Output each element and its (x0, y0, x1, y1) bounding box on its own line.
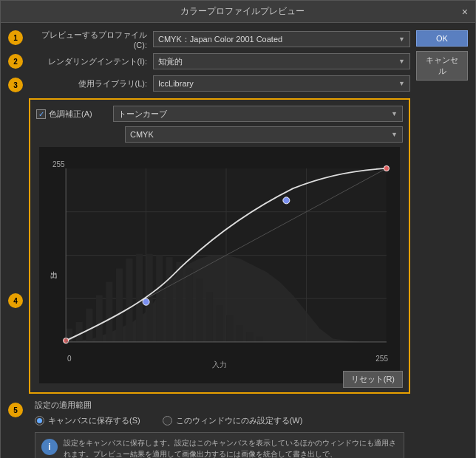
badge-4: 4 (8, 293, 23, 308)
color-mode-select[interactable]: CMYK ▼ (125, 126, 403, 143)
close-button[interactable]: × (462, 6, 468, 18)
dialog-title: カラープロファイルプレビュー (23, 5, 462, 18)
rendering-value: 知覚的 (158, 56, 183, 67)
radio-group: キャンバスに保存する(S) このウィンドウにのみ設定する(W) (35, 415, 404, 426)
svg-rect-24 (226, 315, 233, 342)
svg-rect-23 (216, 305, 222, 342)
badge-1: 1 (8, 30, 23, 45)
svg-rect-18 (166, 257, 173, 342)
color-adjustment-checkbox-label[interactable]: ✓ 色調補正(A) (36, 109, 92, 120)
tone-curve-svg (39, 147, 400, 383)
badges-column: 1 2 3 4 (8, 30, 23, 394)
color-adjustment-checkbox[interactable]: ✓ (36, 109, 46, 119)
svg-rect-10 (86, 309, 92, 342)
library-label: 使用ライブラリ(L): (29, 78, 147, 89)
svg-rect-20 (186, 269, 193, 342)
tone-curve-value: トーンカーブ (118, 109, 167, 120)
apply-scope-section: 設定の適用範囲 キャンバスに保存する(S) このウィンドウにのみ設定する(W) … (35, 400, 404, 458)
canvas-save-radio-option[interactable]: キャンバスに保存する(S) (35, 415, 140, 426)
svg-point-30 (283, 197, 290, 204)
svg-rect-9 (76, 322, 83, 342)
apply-scope-title: 設定の適用範囲 (35, 400, 404, 411)
tone-curve-arrow-icon: ▼ (391, 110, 398, 117)
library-select[interactable]: IccLibrary ▼ (153, 75, 410, 92)
info-box: i 設定をキャンバスに保存します。設定はこのキャンバスを表示しているほかのウィン… (35, 432, 404, 458)
library-value: IccLibrary (158, 79, 194, 88)
svg-rect-26 (246, 332, 253, 342)
profile-row: プレビューするプロファイル(C): CMYK：Japan Color 2001 … (29, 30, 410, 48)
form-area: プレビューするプロファイル(C): CMYK：Japan Color 2001 … (29, 30, 410, 394)
window-only-radio-option[interactable]: このウィンドウにのみ設定する(W) (163, 415, 303, 426)
canvas-save-label: キャンバスに保存する(S) (48, 415, 140, 426)
svg-rect-15 (136, 254, 143, 342)
reset-button[interactable]: リセット(R) (343, 371, 403, 388)
svg-point-29 (143, 298, 149, 305)
library-arrow-icon: ▼ (398, 80, 405, 87)
window-only-radio[interactable] (163, 416, 172, 425)
svg-rect-22 (206, 292, 213, 342)
main-dialog: カラープロファイルプレビュー × 1 2 3 4 プレビューするプロファイル(C… (0, 0, 476, 458)
svg-rect-17 (156, 255, 163, 341)
svg-rect-14 (126, 259, 132, 342)
action-buttons: OK キャンセル (416, 30, 468, 394)
rendering-arrow-icon: ▼ (398, 58, 405, 65)
profile-label: プレビューするプロファイル(C): (29, 30, 147, 49)
badge-5: 5 (8, 403, 23, 417)
color-mode-arrow-icon: ▼ (391, 131, 398, 138)
info-icon: i (41, 439, 58, 455)
tone-curve-chart: 255 出力 0 255 入力 (39, 147, 400, 383)
tone-curve-select[interactable]: トーンカーブ ▼ (113, 106, 403, 122)
rendering-row: レンダリングインテント(I): 知覚的 ▼ (29, 52, 410, 70)
profile-value: CMYK：Japan Color 2001 Coated (158, 34, 282, 45)
color-adjustment-label-text: 色調補正(A) (49, 109, 92, 120)
badge-2: 2 (8, 54, 23, 69)
color-mode-value: CMYK (130, 130, 154, 139)
svg-rect-21 (196, 278, 203, 342)
profile-select[interactable]: CMYK：Japan Color 2001 Coated ▼ (153, 31, 410, 47)
window-only-label: このウィンドウにのみ設定する(W) (176, 415, 303, 426)
info-text: 設定をキャンバスに保存します。設定はこのキャンバスを表示しているほかのウィンドウ… (64, 437, 398, 458)
badge-3: 3 (8, 78, 23, 92)
svg-rect-19 (176, 262, 183, 341)
rendering-label: レンダリングインテント(I): (29, 56, 147, 67)
svg-rect-13 (116, 269, 123, 342)
title-bar: カラープロファイルプレビュー × (1, 1, 475, 23)
library-row: 使用ライブラリ(L): IccLibrary ▼ (29, 75, 410, 92)
color-adjustment-section: ✓ 色調補正(A) トーンカーブ ▼ CMYK ▼ (29, 98, 410, 394)
cancel-button[interactable]: キャンセル (416, 51, 468, 81)
svg-rect-12 (106, 282, 112, 342)
svg-rect-27 (256, 337, 263, 342)
canvas-save-radio[interactable] (35, 416, 44, 425)
svg-point-32 (384, 165, 389, 171)
ok-button[interactable]: OK (416, 30, 468, 47)
svg-rect-25 (237, 325, 243, 342)
rendering-select[interactable]: 知覚的 ▼ (153, 53, 410, 69)
profile-arrow-icon: ▼ (398, 35, 405, 43)
svg-rect-11 (96, 295, 103, 342)
